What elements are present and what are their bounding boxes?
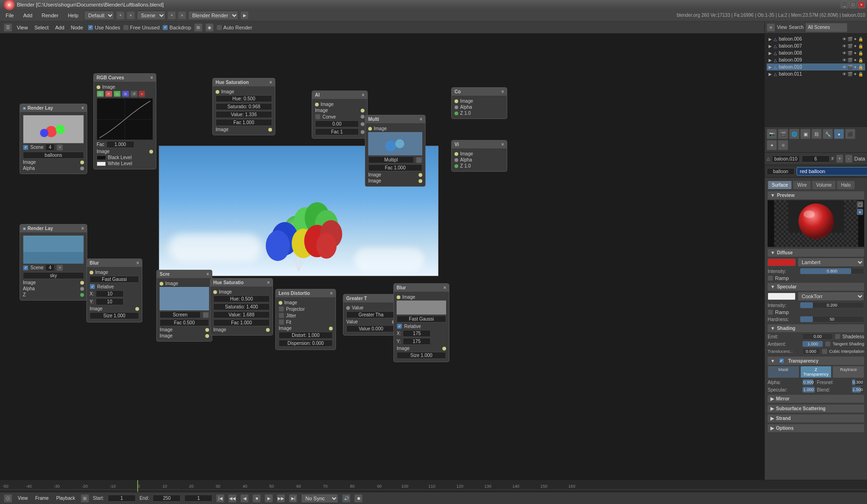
outliner-lock-010[interactable]: 🔒 — [858, 65, 863, 70]
data-tab-label[interactable]: Data — [854, 156, 865, 161]
use-nodes-checkbox[interactable]: ✓ — [88, 25, 93, 30]
node-blur-1-type[interactable]: Fast Gaussi — [90, 276, 139, 283]
node-blur-2-relative-cb[interactable]: ✓ — [397, 323, 402, 329]
node-blur-1-size[interactable]: Size 1.000 — [90, 312, 139, 319]
node-blur-1-relative-cb[interactable]: ✓ — [90, 284, 95, 289]
cubic-cb[interactable] — [822, 349, 827, 354]
backdrop-checkbox[interactable]: ✓ — [162, 25, 168, 30]
material-index-field[interactable]: 6 — [802, 155, 830, 162]
outliner-item-baloon009[interactable]: ▶ △ baloon.009 👁 🎬 ✦ 🔒 — [767, 56, 865, 63]
auto-render-check[interactable]: Auto Render — [217, 25, 252, 30]
node-blur-1-close[interactable]: × — [136, 260, 139, 266]
node-blur-2-type[interactable]: Fast Gaussi — [397, 315, 446, 322]
node-select-menu[interactable]: Select — [33, 24, 51, 31]
backdrop-check[interactable]: ✓ Backdrop — [162, 25, 191, 30]
menu-file[interactable]: File — [2, 12, 18, 19]
node-lens-fit-cb[interactable] — [279, 319, 284, 325]
outliner-vis-011[interactable]: 👁 — [842, 72, 846, 77]
node-co-close[interactable]: × — [501, 89, 504, 94]
mirror-section-header[interactable]: ▶ Mirror — [768, 395, 864, 403]
node-lens-distortion-close[interactable]: × — [330, 291, 333, 296]
tab-halo[interactable]: Halo — [837, 181, 855, 189]
timeline-mode-icon[interactable]: ⬡ — [4, 494, 12, 503]
scene-dropdown[interactable]: Scene — [137, 11, 166, 20]
node-multi-icon[interactable]: ⬚ — [416, 157, 422, 163]
timeline-view-menu[interactable]: View — [16, 495, 30, 502]
record-btn[interactable]: ⏺ — [354, 494, 363, 503]
emit-slider[interactable]: 0.00 — [802, 333, 833, 340]
outliner[interactable]: ▶ △ baloon.006 👁 🎬 ✦ 🔒 ▶ △ baloon.007 👁 … — [765, 34, 867, 127]
node-view-icon[interactable]: ☰ — [4, 23, 12, 32]
outliner-icon[interactable]: ≡ — [767, 23, 775, 32]
object-name-field[interactable]: baloon.010 — [772, 155, 800, 162]
prop-icon-particles[interactable]: ✦ — [767, 140, 777, 150]
ch-c-btn[interactable]: C — [97, 91, 104, 97]
node-fac-field[interactable]: Fac 1.000 — [216, 119, 272, 126]
node-sat-field[interactable]: Saturatio: 0.968 — [216, 103, 272, 110]
play-btn[interactable]: ▶ — [265, 494, 273, 503]
transparency-enabled-cb[interactable]: ✓ — [779, 358, 784, 364]
ch-r-btn[interactable]: R — [105, 91, 112, 97]
menu-add[interactable]: Add — [20, 12, 36, 19]
mask-btn[interactable]: Mask — [768, 366, 799, 378]
material-search-field[interactable] — [797, 167, 867, 175]
prop-icon-constraints[interactable]: ⛓ — [811, 129, 822, 139]
node-hue-sat-2-fac[interactable]: Fac 1.000 — [213, 319, 270, 326]
outliner-lock-009[interactable]: 🔒 — [858, 58, 863, 63]
blend-slider[interactable]: 1.500 — [852, 386, 865, 393]
outliner-cam-007[interactable]: 🎬 — [847, 44, 853, 49]
transparency-section-header[interactable]: ▼ ✓ Transparency — [768, 357, 864, 365]
timeline-current-field[interactable]: 1 — [184, 495, 212, 502]
outliner-render-007[interactable]: ✦ — [853, 44, 857, 49]
timeline-icon-1[interactable]: ⊞ — [81, 494, 89, 503]
node-vi-close[interactable]: × — [501, 142, 504, 147]
tab-surface[interactable]: Surface — [768, 181, 792, 189]
timeline-frame-menu[interactable]: Frame — [34, 495, 51, 502]
node-scre-close[interactable]: × — [206, 272, 209, 277]
node-hue-sat-2-val[interactable]: Value: 1.688 — [213, 311, 270, 318]
outliner-item-baloon007[interactable]: ▶ △ baloon.007 👁 🎬 ✦ 🔒 — [767, 42, 865, 49]
auto-render-checkbox[interactable] — [217, 25, 222, 30]
use-nodes-check[interactable]: ✓ Use Nodes — [88, 25, 120, 30]
material-remove-btn[interactable]: - — [845, 154, 853, 163]
free-unused-check[interactable]: Free Unused — [123, 25, 160, 30]
node-hue-sat-1-close[interactable]: × — [269, 80, 272, 85]
ztrans-btn[interactable]: Z Transparency — [800, 366, 832, 378]
node-scre-type[interactable]: Screen — [160, 311, 201, 318]
tangent-shading-cb[interactable] — [825, 341, 831, 347]
outliner-lock-008[interactable]: 🔒 — [858, 51, 863, 56]
node-al-fac-field[interactable]: Fac 1 — [315, 128, 359, 135]
backdrop-icon1[interactable]: ⊞ — [194, 23, 203, 32]
minimize-button[interactable]: _ — [841, 1, 848, 8]
mode-dropdown[interactable]: Default — [84, 11, 114, 20]
stop-btn[interactable]: ■ — [252, 494, 261, 503]
node-blur-2-size[interactable]: Size 1.000 — [397, 352, 446, 359]
timeline-start-field[interactable]: 1 — [108, 495, 136, 502]
subsurface-section-header[interactable]: ▶ Subsurface Scattering — [768, 405, 864, 413]
free-unused-checkbox[interactable] — [123, 25, 129, 30]
node-scre-fac[interactable]: Fac 0.500 — [160, 319, 209, 326]
outliner-lock-011[interactable]: 🔒 — [858, 72, 863, 77]
ch-close-btn[interactable]: × — [139, 91, 145, 97]
close-button[interactable]: × — [858, 1, 865, 8]
node-blur-2-x-val[interactable]: 175 — [403, 330, 431, 337]
specular-ramp-cb[interactable] — [768, 309, 773, 315]
outliner-cam-009[interactable]: 🎬 — [847, 58, 853, 63]
outliner-render-011[interactable]: ✦ — [853, 72, 857, 77]
node-blur-2-y-val[interactable]: 175 — [403, 338, 431, 345]
preview-section-header[interactable]: ▼ Preview — [768, 191, 864, 199]
node-al-val-field[interactable]: 0.00 — [315, 120, 359, 127]
prop-icon-render[interactable]: 🎬 — [778, 129, 788, 139]
mode-add-btn[interactable]: + — [116, 11, 125, 20]
outliner-lock-007[interactable]: 🔒 — [858, 44, 863, 49]
diffuse-color-swatch[interactable] — [768, 259, 796, 266]
backdrop-icon2[interactable]: ◉ — [205, 23, 214, 32]
outliner-vis-008[interactable]: 👁 — [842, 51, 846, 56]
node-lens-dispersion-val[interactable]: Dispersion: 0.000 — [279, 340, 333, 347]
raytrace-btn[interactable]: Raytrace — [832, 366, 864, 378]
node-blur-2-close[interactable]: × — [443, 285, 446, 290]
diffuse-section-header[interactable]: ▼ Diffuse — [768, 249, 864, 257]
outliner-item-baloon011[interactable]: ▶ △ baloon.011 👁 🎬 ✦ 🔒 — [767, 70, 865, 77]
material-name-dropdown[interactable]: balloon — [767, 168, 795, 175]
node-rgb-curves-fac-val[interactable]: 1.000 — [106, 141, 134, 148]
